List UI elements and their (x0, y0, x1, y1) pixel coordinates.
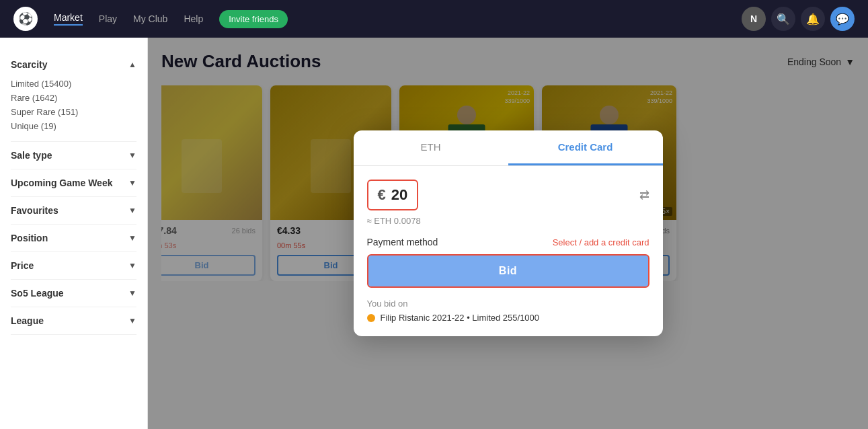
filter-option-limited[interactable]: Limited (15400) (11, 77, 136, 91)
navbar: ⚽ Market Play My Club Help Invite friend… (0, 0, 868, 38)
player-name: Filip Ristanic (381, 313, 430, 323)
filter-league-label: League (11, 315, 44, 326)
user-avatar[interactable]: N (742, 7, 766, 31)
filter-position-header[interactable]: Position ▼ (11, 233, 136, 243)
filter-scarcity-label: Scarcity (11, 59, 47, 70)
payment-method-row: Payment method Select / add a credit car… (367, 237, 649, 247)
filter-price: Price ▼ (11, 252, 136, 280)
nav-myclub[interactable]: My Club (133, 13, 167, 24)
filter-game-week-header[interactable]: Upcoming Game Week ▼ (11, 178, 136, 188)
filter-position-label: Position (11, 233, 48, 243)
filter-option-unique[interactable]: Unique (19) (11, 119, 136, 133)
nav-market[interactable]: Market (54, 12, 83, 26)
chat-button[interactable]: 💬 (830, 7, 855, 31)
payment-label: Payment method (367, 237, 438, 247)
amount-input-box[interactable]: € 20 (367, 180, 419, 210)
filter-game-week-label: Upcoming Game Week (11, 178, 112, 188)
logo-icon: ⚽ (13, 7, 38, 31)
filter-price-arrow: ▼ (128, 261, 136, 270)
filter-league-header[interactable]: League ▼ (11, 315, 136, 326)
filter-position: Position ▼ (11, 225, 136, 252)
filter-so5-label: So5 League (11, 288, 64, 299)
tab-credit-card[interactable]: Credit Card (508, 130, 663, 165)
filter-league: League ▼ (11, 307, 136, 335)
main-container: Scarcity ▲ Limited (15400) Rare (1642) S… (0, 38, 868, 429)
filter-favourites-header[interactable]: Favourites ▼ (11, 205, 136, 216)
sidebar: Scarcity ▲ Limited (15400) Rare (1642) S… (0, 38, 148, 429)
modal-body: € 20 ⇄ ≈ ETH 0.0078 Payment method Selec… (354, 166, 663, 336)
modal-overlay: ETH Credit Card € 20 ⇄ ≈ ETH 0.0078 (148, 38, 868, 429)
amount-value: 20 (391, 186, 407, 204)
filter-sale-type-label: Sale type (11, 150, 52, 161)
filter-scarcity-header[interactable]: Scarcity ▲ (11, 59, 136, 70)
filter-price-label: Price (11, 260, 34, 271)
nav-right-icons: N 🔍 🔔 💬 (742, 7, 855, 31)
swap-icon[interactable]: ⇄ (639, 188, 649, 202)
nav-help[interactable]: Help (184, 13, 203, 24)
player-year-rarity: 2021-22 • Limited 255/1000 (432, 313, 539, 323)
filter-position-arrow: ▼ (128, 233, 136, 243)
nav-play[interactable]: Play (99, 13, 117, 24)
search-button[interactable]: 🔍 (771, 7, 795, 31)
filter-price-header[interactable]: Price ▼ (11, 260, 136, 271)
filter-favourites-arrow: ▼ (128, 206, 136, 215)
player-dot-icon (367, 314, 375, 322)
bid-modal: ETH Credit Card € 20 ⇄ ≈ ETH 0.0078 (354, 130, 663, 336)
filter-game-week-arrow: ▼ (128, 178, 136, 188)
filter-upcoming-game-week: Upcoming Game Week ▼ (11, 169, 136, 197)
filter-sale-type-header[interactable]: Sale type ▼ (11, 150, 136, 161)
filter-sale-type: Sale type ▼ (11, 142, 136, 169)
bid-info-row: Filip Ristanic 2021-22 • Limited 255/100… (367, 313, 649, 323)
amount-row: € 20 ⇄ (367, 180, 649, 210)
notifications-button[interactable]: 🔔 (801, 7, 825, 31)
filter-sale-type-arrow: ▼ (128, 151, 136, 160)
currency-symbol: € (378, 186, 386, 204)
modal-tabs: ETH Credit Card (354, 130, 663, 166)
filter-so5-arrow: ▼ (128, 288, 136, 298)
tab-eth[interactable]: ETH (354, 130, 508, 165)
filter-league-arrow: ▼ (128, 316, 136, 325)
filter-favourites-label: Favourites (11, 205, 58, 216)
player-bid-info: Filip Ristanic 2021-22 • Limited 255/100… (381, 313, 540, 323)
you-bid-on-label: You bid on (367, 299, 649, 309)
filter-so5-league: So5 League ▼ (11, 280, 136, 307)
invite-friends-button[interactable]: Invite friends (219, 10, 288, 28)
filter-scarcity-arrow: ▲ (128, 60, 136, 69)
filter-so5-header[interactable]: So5 League ▼ (11, 288, 136, 299)
page-content: New Card Auctions Ending Soon ▼ 25 €17.8… (148, 38, 868, 429)
payment-link[interactable]: Select / add a credit card (553, 237, 649, 247)
filter-scarcity-options: Limited (15400) Rare (1642) Super Rare (… (11, 77, 136, 133)
modal-bid-button[interactable]: Bid (367, 254, 649, 288)
filter-option-rare[interactable]: Rare (1642) (11, 91, 136, 105)
filter-scarcity: Scarcity ▲ Limited (15400) Rare (1642) S… (11, 51, 136, 142)
filter-favourites: Favourites ▼ (11, 197, 136, 225)
filter-option-super-rare[interactable]: Super Rare (151) (11, 105, 136, 119)
eth-equiv: ≈ ETH 0.0078 (367, 216, 649, 226)
